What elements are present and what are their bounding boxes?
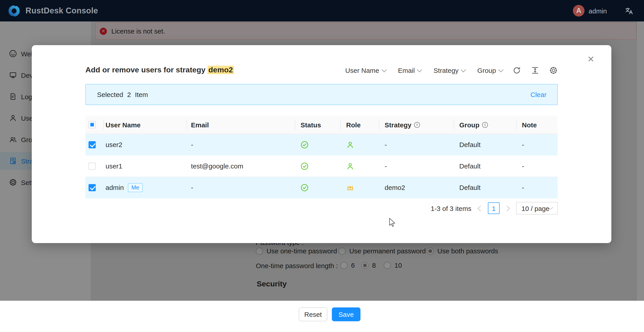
row-checkbox[interactable] bbox=[88, 141, 96, 148]
cell-group: Default bbox=[454, 141, 516, 148]
crown-icon bbox=[346, 183, 354, 191]
settings-icon[interactable] bbox=[549, 66, 558, 75]
cell-group: Default bbox=[454, 162, 516, 170]
filter-label: Email bbox=[398, 67, 415, 74]
pagination: 1-3 of 3 items 1 10 / page bbox=[431, 202, 558, 215]
cell-group: Default bbox=[454, 184, 516, 191]
check-circle-icon bbox=[300, 162, 308, 170]
mouse-cursor bbox=[389, 218, 398, 227]
add-remove-users-dialog: ✕ Add or remove users for strategy demo2… bbox=[32, 45, 611, 243]
topbar-username[interactable]: admin bbox=[588, 7, 607, 14]
column-header-strategy[interactable]: Strategy bbox=[379, 116, 454, 134]
user-role-icon bbox=[346, 162, 354, 170]
filter-label: User Name bbox=[345, 67, 379, 74]
cell-user-name: user2 bbox=[104, 141, 187, 148]
selection-text: Selected 2 Item bbox=[97, 91, 148, 98]
selection-suffix: Item bbox=[135, 91, 148, 98]
me-badge: Me bbox=[128, 183, 143, 192]
dialog-title: Add or remove users for strategy demo2 bbox=[86, 66, 234, 75]
avatar[interactable]: A bbox=[573, 5, 584, 16]
column-header-group[interactable]: Group bbox=[454, 116, 516, 134]
app-title: RustDesk Console bbox=[26, 6, 98, 15]
filter-strategy[interactable]: Strategy bbox=[434, 67, 465, 74]
cell-email: - bbox=[187, 141, 295, 148]
chevron-down-icon bbox=[417, 67, 422, 72]
cell-role bbox=[341, 183, 379, 191]
table-row[interactable]: adminMe - demo2 Default - bbox=[86, 177, 558, 198]
filter-toolbar: User Name Email Strategy Group bbox=[345, 66, 558, 75]
page-size-value: 10 / page bbox=[522, 204, 550, 212]
chevron-down-icon bbox=[461, 67, 466, 72]
cell-email: - bbox=[187, 184, 295, 191]
footer-bar: Reset Save bbox=[0, 301, 644, 332]
chevron-down-icon bbox=[382, 67, 386, 72]
filter-group[interactable]: Group bbox=[478, 67, 503, 74]
cell-strategy: - bbox=[379, 141, 454, 148]
cell-role bbox=[341, 162, 379, 170]
column-height-icon[interactable] bbox=[531, 66, 539, 75]
select-all-checkbox[interactable] bbox=[88, 121, 96, 128]
selection-count: 2 bbox=[127, 91, 131, 98]
chevron-down-icon bbox=[498, 67, 504, 72]
table-header-row: User Name Email Status Role Strategy Gro… bbox=[86, 116, 558, 134]
cell-user-name: adminMe bbox=[104, 183, 187, 192]
filter-user-name[interactable]: User Name bbox=[345, 67, 386, 74]
translate-icon[interactable] bbox=[625, 6, 633, 15]
strategy-name-highlight: demo2 bbox=[208, 66, 234, 74]
check-circle-icon bbox=[300, 141, 308, 149]
clear-selection-link[interactable]: Clear bbox=[530, 91, 546, 98]
cell-role bbox=[341, 141, 379, 149]
column-header-note[interactable]: Note bbox=[516, 116, 558, 134]
column-header-role[interactable]: Role bbox=[341, 116, 379, 134]
column-header-user-name[interactable]: User Name bbox=[104, 116, 187, 134]
rustdesk-logo-icon bbox=[8, 5, 20, 17]
info-icon[interactable] bbox=[482, 122, 488, 128]
filter-email[interactable]: Email bbox=[398, 67, 422, 74]
close-icon[interactable]: ✕ bbox=[587, 55, 594, 63]
next-page-icon[interactable] bbox=[504, 205, 510, 211]
cell-status bbox=[295, 162, 341, 170]
topbar-right: A admin bbox=[573, 0, 633, 21]
refresh-icon[interactable] bbox=[512, 66, 521, 75]
cell-note: - bbox=[516, 162, 558, 170]
selection-alert: Selected 2 Item Clear bbox=[86, 84, 558, 105]
filter-label: Strategy bbox=[434, 67, 459, 74]
dialog-title-text: Add or remove users for strategy bbox=[86, 66, 208, 74]
top-bar: RustDesk Console A admin bbox=[0, 0, 644, 21]
page-size-select[interactable]: 10 / page bbox=[516, 202, 558, 215]
filter-label: Group bbox=[478, 67, 496, 74]
save-button[interactable]: Save bbox=[332, 308, 360, 321]
info-icon[interactable] bbox=[414, 122, 420, 128]
reset-button[interactable]: Reset bbox=[299, 308, 327, 321]
cell-user-name: user1 bbox=[104, 162, 187, 170]
screen: RustDesk Console A admin Welcome Devices bbox=[0, 0, 644, 332]
cell-status bbox=[295, 183, 341, 191]
cell-strategy: demo2 bbox=[379, 184, 454, 191]
users-table: User Name Email Status Role Strategy Gro… bbox=[86, 116, 558, 198]
row-checkbox[interactable] bbox=[88, 184, 96, 191]
cell-status bbox=[295, 141, 341, 149]
cell-strategy: - bbox=[379, 162, 454, 170]
user-role-icon bbox=[346, 141, 354, 149]
page-number-button[interactable]: 1 bbox=[488, 202, 500, 214]
pagination-total: 1-3 of 3 items bbox=[431, 204, 471, 212]
column-header-email[interactable]: Email bbox=[187, 116, 295, 134]
cell-note: - bbox=[516, 184, 558, 191]
check-circle-icon bbox=[300, 183, 308, 191]
cell-email: test@google.com bbox=[187, 162, 295, 170]
selection-prefix: Selected bbox=[97, 91, 123, 98]
table-row[interactable]: user1 test@google.com - Default - bbox=[86, 155, 558, 177]
table-row[interactable]: user2 - - Default - bbox=[86, 134, 558, 155]
cell-note: - bbox=[516, 141, 558, 148]
prev-page-icon[interactable] bbox=[478, 205, 483, 211]
column-header-status[interactable]: Status bbox=[295, 116, 341, 134]
row-checkbox[interactable] bbox=[88, 162, 96, 170]
